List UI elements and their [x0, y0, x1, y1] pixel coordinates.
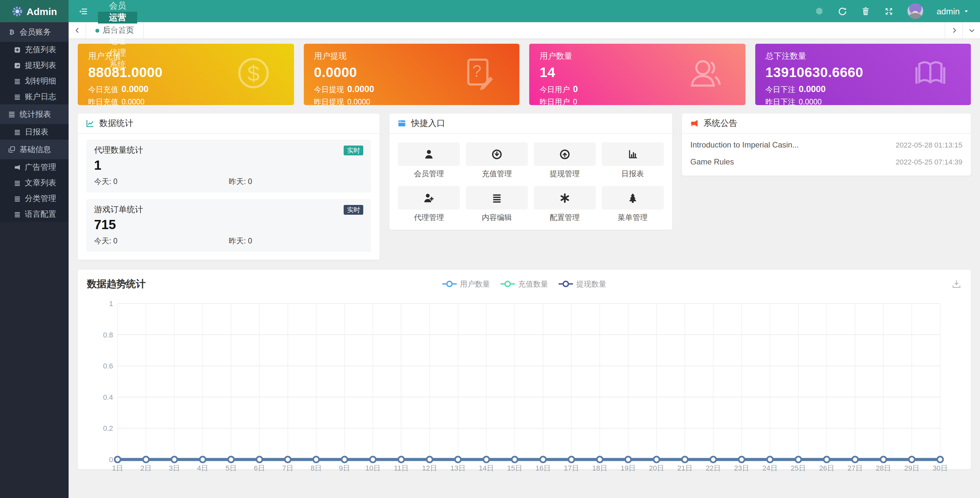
- trend-chart-panel: 数据趋势统计 用户数量 充值数量: [78, 270, 971, 469]
- sidebar-item-label: 提现列表: [25, 60, 56, 71]
- sidebar-item-label: 划转明细: [25, 75, 56, 86]
- legend-item-充值数量[interactable]: 充值数量: [500, 279, 548, 289]
- tabs-menu-button[interactable]: [963, 22, 980, 38]
- svg-text:3日: 3日: [169, 464, 180, 471]
- sidebar-item-label: 语言配置: [25, 209, 56, 220]
- shortcut-label: 充值管理: [466, 169, 528, 179]
- nav-menu-item-代理[interactable]: 代理: [98, 47, 137, 59]
- stat-sub-today-value: 0: [113, 237, 118, 245]
- refresh-icon[interactable]: [837, 6, 847, 16]
- svg-text:22日: 22日: [706, 464, 721, 471]
- svg-text:28日: 28日: [876, 464, 891, 471]
- fullscreen-icon[interactable]: [884, 6, 893, 16]
- sidebar-group-title[interactable]: ₿ 会员账务: [0, 22, 68, 42]
- nav-menu-item-地址[interactable]: 地址: [98, 35, 137, 47]
- shortcut-内容编辑[interactable]: 内容编辑: [466, 186, 528, 222]
- announcement-time: 2022-05-28 01:13:15: [896, 141, 963, 149]
- shortcut-提现管理[interactable]: 提现管理: [534, 142, 596, 179]
- svg-text:10日: 10日: [365, 464, 380, 471]
- download-chart-icon[interactable]: [951, 279, 962, 289]
- sidebar-item-label: 充值列表: [25, 44, 56, 55]
- svg-text:4日: 4日: [197, 464, 208, 471]
- announcement-row[interactable]: Game Rules 2022-05-25 07:14:39: [690, 153, 963, 170]
- sidebar-item[interactable]: 语言配置: [0, 206, 68, 222]
- collapse-menu-icon[interactable]: [68, 0, 98, 22]
- stat-card-yesterday-value: 0.0000: [347, 98, 370, 105]
- stat-card-yesterday-label: 昨日用户: [540, 97, 570, 105]
- sidebar-item[interactable]: 划转明细: [0, 73, 68, 89]
- sidebar-item[interactable]: 提现列表: [0, 57, 68, 73]
- svg-text:2日: 2日: [140, 464, 151, 471]
- svg-text:12日: 12日: [422, 464, 437, 471]
- legend-item-用户数量[interactable]: 用户数量: [442, 279, 490, 289]
- shortcut-代理管理[interactable]: 代理管理: [398, 186, 460, 222]
- stat-card-yesterday-label: 昨日提现: [314, 97, 344, 105]
- shortcut-菜单管理[interactable]: 菜单管理: [602, 186, 664, 222]
- asterisk-icon: [559, 192, 570, 203]
- shortcut-充值管理[interactable]: 充值管理: [466, 142, 528, 179]
- shortcut-配置管理[interactable]: 配置管理: [534, 186, 596, 222]
- stat-card[interactable]: 用户数量 14 今日用户0 昨日用户0: [529, 44, 745, 105]
- stat-sub-value: 1: [94, 158, 363, 173]
- brand-logo[interactable]: Admin: [0, 0, 68, 22]
- sidebar-item[interactable]: 充值列表: [0, 42, 68, 57]
- shortcut-会员管理[interactable]: 会员管理: [398, 142, 460, 179]
- user-avatar[interactable]: [907, 3, 923, 19]
- copy-icon: [8, 146, 16, 153]
- sidebar-item[interactable]: 日报表: [0, 124, 68, 140]
- svg-text:13日: 13日: [450, 464, 466, 471]
- bar-chart-icon: [627, 149, 638, 160]
- announcement-row[interactable]: Introduction to Imperial Casin... 2022-0…: [690, 136, 963, 153]
- sidebar-item[interactable]: 广告管理: [0, 159, 68, 175]
- stat-card-today-value: 0: [573, 84, 578, 94]
- sidebar-item[interactable]: 分类管理: [0, 190, 68, 206]
- shortcut-日报表[interactable]: 日报表: [602, 142, 664, 179]
- shortcuts-title: 快捷入口: [411, 117, 445, 129]
- plus-square-icon: [14, 46, 21, 53]
- svg-text:14日: 14日: [479, 464, 494, 471]
- stat-sub-today-label: 今天:: [94, 237, 111, 245]
- svg-text:19日: 19日: [620, 464, 636, 471]
- shortcuts-panel: 快捷入口 会员管理 充值管理: [390, 114, 672, 230]
- stat-sub-yesterday-label: 昨天:: [229, 178, 246, 186]
- stat-card[interactable]: 用户提现 0.0000 今日提现0.0000 昨日提现0.0000 ?: [304, 44, 519, 105]
- stat-card-yesterday-value: 0.0000: [799, 98, 822, 105]
- trend-chart-plot[interactable]: 00.20.40.60.811日2日3日4日5日6日7日8日9日10日11日12…: [87, 294, 962, 474]
- legend-item-提现数量[interactable]: 提现数量: [558, 279, 606, 289]
- shortcut-label: 配置管理: [534, 213, 596, 222]
- file-question-icon: ?: [462, 56, 496, 93]
- sidebar-group-title[interactable]: 基础信息: [0, 140, 68, 159]
- sidebar-item-label: 账户日志: [25, 91, 56, 102]
- tabs-scroll-right[interactable]: [945, 22, 963, 38]
- sidebar-group-title[interactable]: 统计报表: [0, 105, 68, 124]
- svg-text:0: 0: [109, 455, 113, 464]
- stat-card-yesterday-value: 0.0000: [121, 98, 145, 105]
- hexagon-icon[interactable]: [815, 6, 824, 16]
- panels-row: 数据统计 代理数量统计 实时 1 今天: 0 昨天:: [78, 114, 971, 260]
- nav-menu-item-label: 系统: [109, 59, 126, 70]
- user-plus-icon: [423, 192, 434, 203]
- sidebar-item[interactable]: 账户日志: [0, 89, 68, 105]
- svg-text:15日: 15日: [507, 464, 522, 471]
- user-menu[interactable]: admin: [937, 6, 970, 16]
- top-navbar: Admin 会员 运营 游戏 地址 代理 系统: [0, 0, 980, 22]
- list-icon: [14, 93, 21, 100]
- svg-text:20日: 20日: [649, 464, 664, 471]
- nav-menu-item-运营[interactable]: 运营: [98, 12, 137, 24]
- nav-menu-item-系统[interactable]: 系统: [98, 59, 137, 70]
- svg-text:0.8: 0.8: [103, 331, 113, 339]
- book-icon: [913, 56, 947, 93]
- svg-text:25日: 25日: [791, 464, 806, 471]
- shortcut-label: 内容编辑: [466, 213, 528, 222]
- tabs-scroll-left[interactable]: [68, 22, 86, 38]
- legend-label: 提现数量: [576, 279, 606, 289]
- nav-menu-item-游戏[interactable]: 游戏: [98, 24, 137, 35]
- trash-icon[interactable]: [861, 6, 870, 16]
- list-icon: [8, 110, 16, 118]
- svg-text:0.6: 0.6: [103, 362, 113, 370]
- nav-menu-item-会员[interactable]: 会员: [98, 0, 137, 12]
- sidebar-item[interactable]: 文章列表: [0, 175, 68, 190]
- stat-card[interactable]: 总下注数量 13910630.6660 今日下注0.0000 昨日下注0.000…: [755, 44, 971, 105]
- svg-text:26日: 26日: [819, 464, 834, 471]
- list-icon: [14, 77, 21, 84]
